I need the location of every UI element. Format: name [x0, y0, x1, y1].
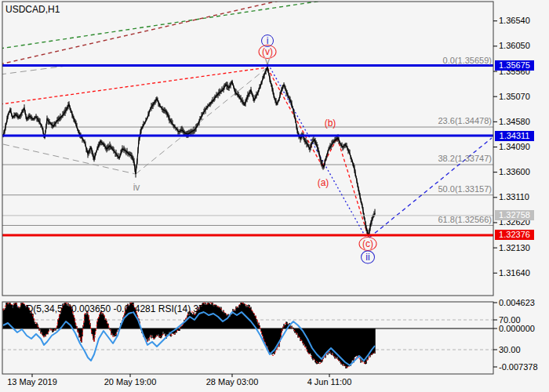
price-badge-support: 1.32376 [495, 230, 534, 240]
fib-level-label: 0.0(1.35659) [443, 56, 492, 65]
time-tick-label: 4 Jun 11:00 [307, 378, 352, 387]
time-tick-label: 28 May 03:00 [206, 378, 259, 387]
price-tick-label: 1.31640 [499, 269, 530, 278]
indicator-tick-label: 30.00 [499, 346, 521, 354]
indicator-tick-label: 0.004623 [499, 299, 535, 307]
price-tick-label: 1.34090 [499, 143, 530, 151]
time-tick-label: 20 May 19:00 [104, 378, 157, 387]
price-badge-current-price: 1.32758 [495, 210, 534, 220]
wave-label-v[interactable]: v [265, 56, 270, 66]
wave-label-ii[interactable]: ii [361, 251, 375, 264]
price-tick-label: 1.35070 [499, 93, 530, 101]
wave-label-iv[interactable]: iv [133, 183, 140, 192]
indicator-tick-label: 0.000000 [499, 325, 535, 333]
time-tick-label: 13 May 2019 [7, 378, 57, 387]
metatrader-chart-window: USDCAD,H1 MACD(5,34,5) -0.003650 -0.0042… [0, 0, 549, 392]
fib-level-label: 23.6(1.34478) [438, 117, 493, 125]
price-tick-label: 1.36050 [499, 42, 530, 50]
fib-level-label: 38.2(1.33747) [438, 154, 493, 163]
price-tick-label: 1.33110 [499, 193, 529, 201]
fib-level-label: 50.0(1.33157) [438, 185, 493, 194]
indicator-tick-label: -0.007378 [499, 363, 538, 372]
wave-label-c[interactable]: (c) [359, 237, 377, 251]
wave-label-a[interactable]: (a) [318, 178, 329, 187]
price-badge-resistance-lower: 1.34311 [495, 131, 534, 141]
fib-level-label: 61.8(1.32566) [438, 216, 493, 224]
price-tick-label: 1.34580 [499, 118, 530, 126]
price-badge-resistance-upper: 1.35675 [495, 60, 534, 71]
wave-label-b[interactable]: (b) [325, 118, 336, 128]
price-tick-label: 1.36540 [499, 16, 530, 25]
main-price-pane [2, 2, 493, 296]
price-tick-label: 1.33600 [499, 168, 530, 176]
symbol-timeframe-label: USDCAD,H1 [5, 5, 60, 14]
price-tick-label: 1.32130 [499, 244, 530, 252]
indicator-tick-label: 70.00 [499, 316, 521, 325]
indicator-label: MACD(5,34,5) -0.003650 -0.004281 RSI(14)… [5, 304, 217, 314]
